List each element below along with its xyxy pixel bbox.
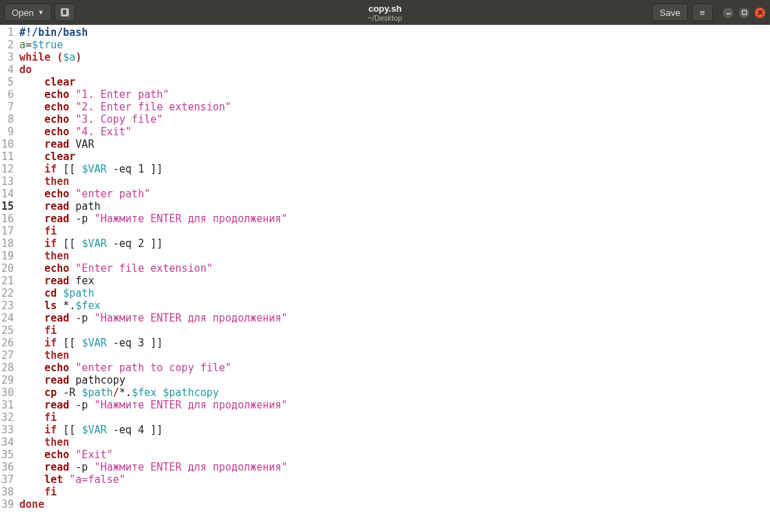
chevron-down-icon: ▼ — [38, 9, 44, 16]
titlebar-right: Save ≡ — [652, 3, 770, 21]
line-number: 14 — [1, 188, 14, 200]
line-number: 32 — [1, 411, 14, 424]
code-line[interactable]: echo "2. Enter file extension" — [19, 101, 287, 113]
code-line[interactable]: read -p "Нажмите ENTER для продолжения" — [19, 213, 287, 225]
line-number: 11 — [1, 150, 14, 163]
code-line[interactable]: read pathcopy — [19, 374, 287, 386]
code-line[interactable]: echo "enter path" — [19, 188, 287, 200]
code-line[interactable]: then — [19, 175, 287, 188]
code-line[interactable]: if [[ $VAR -eq 1 ]] — [19, 163, 287, 175]
new-document-button[interactable] — [55, 3, 75, 21]
line-number: 13 — [1, 175, 14, 188]
code-line[interactable]: clear — [19, 150, 287, 163]
code-line[interactable]: echo "4. Exit" — [19, 126, 287, 138]
maximize-button[interactable] — [738, 7, 750, 19]
code-line[interactable]: let "a=false" — [19, 473, 287, 486]
close-icon — [758, 10, 763, 15]
line-number: 34 — [1, 436, 14, 449]
line-number: 26 — [1, 337, 14, 349]
code-line[interactable]: then — [19, 436, 287, 449]
code-line[interactable]: read -p "Нажмите ENTER для продолжения" — [19, 312, 287, 324]
line-number: 30 — [1, 386, 14, 399]
code-line[interactable]: echo "enter path to copy file" — [19, 362, 287, 374]
line-number: 36 — [1, 461, 14, 473]
code-area[interactable]: #!/bin/basha=$truewhile ($a)do clear ech… — [17, 25, 287, 511]
code-line[interactable]: cd $path — [19, 287, 287, 299]
line-number: 22 — [1, 287, 14, 299]
line-number: 39 — [1, 498, 14, 511]
file-path: ~/Desktop — [368, 14, 403, 22]
code-line[interactable]: echo "1. Enter path" — [19, 88, 287, 101]
code-line[interactable]: a=$true — [19, 39, 287, 51]
code-line[interactable]: echo "3. Copy file" — [19, 113, 287, 126]
line-number: 37 — [1, 473, 14, 486]
code-line[interactable]: fi — [19, 486, 287, 498]
maximize-icon — [742, 10, 747, 15]
line-number: 10 — [1, 138, 14, 150]
line-number: 28 — [1, 362, 14, 374]
line-number: 23 — [1, 299, 14, 312]
line-number: 21 — [1, 275, 14, 287]
minimize-button[interactable] — [722, 7, 734, 19]
line-number: 8 — [1, 113, 14, 126]
line-number: 5 — [1, 76, 14, 88]
line-number: 16 — [1, 213, 14, 225]
code-line[interactable]: clear — [19, 76, 287, 88]
hamburger-icon: ≡ — [700, 8, 705, 18]
code-line[interactable]: if [[ $VAR -eq 3 ]] — [19, 337, 287, 349]
line-number-gutter: 1234567891011121314151617181920212223242… — [0, 25, 17, 511]
code-line[interactable]: read VAR — [19, 138, 287, 150]
save-button[interactable]: Save — [652, 3, 688, 21]
save-label: Save — [660, 8, 680, 18]
svg-rect-2 — [742, 10, 747, 14]
code-line[interactable]: read -p "Нажмите ENTER для продолжения" — [19, 399, 287, 411]
code-line[interactable]: echo "Exit" — [19, 449, 287, 461]
line-number: 38 — [1, 486, 14, 498]
code-line[interactable]: read fex — [19, 275, 287, 287]
line-number: 25 — [1, 324, 14, 337]
line-number: 27 — [1, 349, 14, 362]
line-number: 17 — [1, 225, 14, 237]
code-line[interactable]: then — [19, 349, 287, 362]
code-line[interactable]: #!/bin/bash — [19, 26, 287, 39]
open-button[interactable]: Open ▼ — [4, 3, 52, 21]
code-line[interactable]: cp -R $path/*.$fex $pathcopy — [19, 386, 287, 399]
window-controls — [722, 7, 766, 19]
line-number: 12 — [1, 163, 14, 175]
code-line[interactable]: ls *.$fex — [19, 299, 287, 312]
hamburger-menu-button[interactable]: ≡ — [692, 3, 713, 21]
new-document-icon — [60, 8, 70, 17]
code-line[interactable]: read -p "Нажмите ENTER для продолжения" — [19, 461, 287, 473]
line-number: 35 — [1, 449, 14, 461]
line-number: 6 — [1, 88, 14, 101]
editor[interactable]: 1234567891011121314151617181920212223242… — [0, 25, 770, 511]
line-number: 4 — [1, 63, 14, 76]
code-line[interactable]: fi — [19, 324, 287, 337]
line-number: 1 — [1, 26, 14, 39]
line-number: 3 — [1, 51, 14, 63]
code-line[interactable]: echo "Enter file extension" — [19, 262, 287, 275]
code-line[interactable]: do — [19, 63, 287, 76]
code-line[interactable]: done — [19, 498, 287, 511]
code-line[interactable]: if [[ $VAR -eq 2 ]] — [19, 237, 287, 250]
code-line[interactable]: then — [19, 250, 287, 262]
line-number: 7 — [1, 101, 14, 113]
code-line[interactable]: fi — [19, 411, 287, 424]
line-number: 2 — [1, 39, 14, 51]
minimize-icon — [726, 10, 731, 15]
line-number: 18 — [1, 237, 14, 250]
code-line[interactable]: while ($a) — [19, 51, 287, 63]
code-line[interactable]: if [[ $VAR -eq 4 ]] — [19, 424, 287, 436]
close-button[interactable] — [754, 7, 766, 19]
line-number: 31 — [1, 399, 14, 411]
titlebar: Open ▼ copy.sh ~/Desktop Save ≡ — [0, 0, 770, 25]
titlebar-left: Open ▼ — [0, 3, 75, 21]
code-line[interactable]: fi — [19, 225, 287, 237]
file-name: copy.sh — [368, 3, 403, 14]
open-label: Open — [12, 8, 34, 18]
line-number: 15 — [1, 200, 14, 213]
line-number: 24 — [1, 312, 14, 324]
line-number: 9 — [1, 126, 14, 138]
code-line[interactable]: read path — [19, 200, 287, 213]
line-number: 29 — [1, 374, 14, 386]
